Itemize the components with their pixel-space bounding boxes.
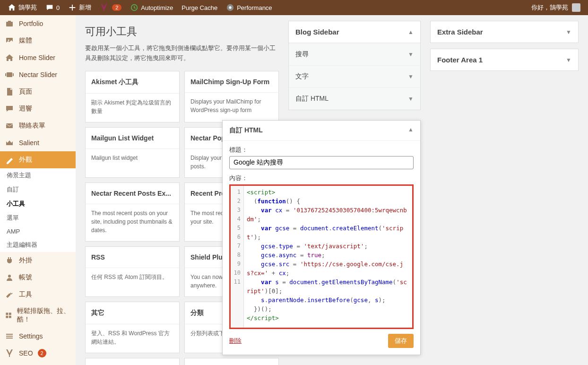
sidebar-item-crown[interactable]: Salient [0, 134, 76, 151]
chevron-up-icon: ▲ [408, 126, 414, 135]
blog-sidebar-head[interactable]: Blog Sidebar ▲ [289, 21, 420, 43]
layout-icon [5, 311, 12, 320]
sidebar-sub-item[interactable]: 小工具 [0, 197, 76, 211]
svg-rect-9 [6, 123, 13, 128]
save-button[interactable]: 儲存 [388, 334, 414, 348]
sidebar-item-label: 工具 [19, 290, 32, 299]
sidebar-sub-item[interactable]: 自訂 [0, 182, 76, 197]
available-widget[interactable]: Nectar Recent Posts Ex...The most recent… [85, 182, 180, 242]
add-new-link[interactable]: 新增 [64, 0, 95, 15]
available-widget[interactable]: Akismet 小工具顯示 Akismet 判定為垃圾留言的數量 [85, 71, 180, 122]
sidebar-sub-item[interactable]: 主題編輯器 [0, 238, 76, 252]
yoast-link[interactable]: 2 [96, 0, 125, 15]
available-widget[interactable]: Mailgun List WidgetMailgun list widget [85, 127, 180, 178]
placed-widget-head[interactable]: 自訂 HTML▼ [289, 88, 420, 110]
blog-sidebar-title: Blog Sidebar [295, 28, 339, 36]
content-label: 內容： [229, 174, 414, 182]
sidebar-item-media[interactable]: 媒體 [0, 32, 76, 49]
right-column: Extra Sidebar ▼ Footer Area 1 ▼ [430, 21, 579, 77]
widget-name: MailChimp Sign-Up Form [185, 71, 278, 93]
widget-name: Mailgun List Widget [86, 128, 179, 149]
sidebar-sub-item[interactable]: 選單 [0, 211, 76, 225]
extra-sidebar-head[interactable]: Extra Sidebar ▼ [431, 21, 578, 43]
svg-rect-12 [9, 313, 11, 315]
available-widget[interactable]: RSS任何 RSS 或 Atom 訂閱項目。 [85, 246, 180, 297]
sidebar-item-tools[interactable]: 工具 [0, 286, 76, 303]
performance-link[interactable]: Performance [222, 0, 276, 15]
yoast-icon [100, 3, 108, 12]
sidebar-item-slider[interactable]: Nectar Slider [0, 66, 76, 83]
autoptimize-label: Autoptimize [141, 4, 173, 11]
widget-title-input[interactable] [229, 156, 414, 169]
footer-area-head[interactable]: Footer Area 1 ▼ [431, 49, 578, 70]
placed-widget-title: 文字 [295, 72, 309, 81]
sidebar-item-mail[interactable]: 聯絡表單 [0, 117, 76, 134]
editor-head[interactable]: 自訂 HTML ▲ [223, 121, 420, 141]
sidebar-item-users[interactable]: 帳號 [0, 269, 76, 286]
performance-icon [226, 3, 234, 12]
available-widget[interactable]: 圖片顯示一張圖片。 [85, 358, 180, 365]
autoptimize-icon [130, 3, 138, 12]
sidebar-item-portfolio[interactable]: Portfolio [0, 15, 76, 32]
svg-point-5 [8, 40, 9, 41]
placed-widget-head[interactable]: 文字▼ [289, 66, 420, 87]
extra-sidebar-panel: Extra Sidebar ▼ [430, 21, 579, 43]
greeting[interactable]: 你好，鵠學苑 [531, 3, 568, 12]
admin-toolbar: 鵠學苑 0 新增 2 Autoptimize Purge Cache Perfo… [0, 0, 588, 15]
sidebar-item-comments[interactable]: 迴響 [0, 100, 76, 117]
sidebar-item-label: SEO [19, 349, 33, 357]
comments-link[interactable]: 0 [42, 0, 63, 15]
sidebar-sub-item[interactable]: AMP [0, 225, 76, 238]
sidebar-item-settings[interactable]: Settings [0, 328, 76, 345]
widget-name: Nectar Recent Posts Ex... [86, 183, 179, 204]
code-editor[interactable]: 1234567891011 <script> (function() { var… [229, 184, 414, 329]
home-icon [5, 53, 14, 62]
delete-link[interactable]: 刪除 [229, 337, 242, 345]
performance-label: Performance [237, 4, 272, 11]
sidebar-item-plugin[interactable]: 外掛 [0, 252, 76, 269]
sidebar-item-seo[interactable]: SEO2 [0, 345, 76, 362]
sidebar-item-label: Portfolio [19, 20, 43, 27]
page-desc: 要啟用某一個小工具，將它拖曳到側邊欄或點擊它。要停用某一個小工具及刪除其設定，將… [85, 43, 279, 63]
purge-cache-link[interactable]: Purge Cache [178, 0, 221, 15]
title-label: 標題： [229, 146, 414, 154]
widget-desc: The most recent posts on your site, incl… [86, 204, 179, 241]
footer-area-title: Footer Area 1 [437, 56, 483, 64]
svg-rect-8 [13, 73, 14, 76]
settings-icon [5, 331, 14, 341]
available-widget[interactable]: 導覽選單在側邊欄新增導覽選單。 [184, 358, 279, 365]
site-link[interactable]: 鵠學苑 [4, 0, 41, 15]
svg-rect-7 [5, 73, 6, 76]
widget-desc: 登入、RSS 和 WordPress 官方網站連結。 [86, 324, 179, 353]
sidebar-item-pages[interactable]: 頁面 [0, 83, 76, 100]
avatar[interactable] [572, 3, 580, 12]
widget-desc: Displays your MailChimp for WordPress si… [185, 93, 278, 121]
sidebar-item-layout[interactable]: 輕鬆排版拖、拉、酷！ [0, 303, 76, 328]
widget-name: 其它 [86, 302, 179, 324]
sidebar-item-appearance[interactable]: 外觀 [0, 151, 76, 168]
page-title: 可用小工具 [85, 25, 279, 39]
portfolio-icon [5, 19, 14, 28]
sidebar-item-label: Settings [19, 332, 43, 340]
chevron-down-icon: ▼ [408, 73, 414, 80]
pages-icon [5, 87, 14, 96]
sidebar-sub-item[interactable]: 佈景主題 [0, 168, 76, 182]
sidebar-item-home[interactable]: Home Slider [0, 49, 76, 66]
code-gutter: 1234567891011 [231, 186, 244, 328]
available-widget[interactable]: 其它登入、RSS 和 WordPress 官方網站連結。 [85, 302, 180, 353]
available-widget[interactable]: MailChimp Sign-Up FormDisplays your Mail… [184, 71, 279, 122]
svg-rect-13 [6, 316, 8, 318]
plugin-icon [5, 256, 14, 265]
widget-name: 導覽選單 [185, 358, 278, 365]
placed-widget-head[interactable]: 搜尋▼ [289, 43, 420, 65]
sidebar-item-label: 聯絡表單 [19, 122, 45, 130]
code-content[interactable]: <script> (function() { var cx = '0137672… [244, 186, 412, 328]
sidebar-item-label: 外掛 [19, 256, 32, 265]
widget-name: 圖片 [86, 358, 179, 365]
autoptimize-link[interactable]: Autoptimize [126, 0, 177, 15]
widget-name: RSS [86, 247, 179, 268]
comments-icon [5, 104, 14, 113]
home-icon [8, 3, 16, 12]
chevron-up-icon: ▲ [408, 29, 414, 35]
admin-sidebar: Portfolio媒體Home SliderNectar Slider頁面迴響聯… [0, 15, 76, 365]
